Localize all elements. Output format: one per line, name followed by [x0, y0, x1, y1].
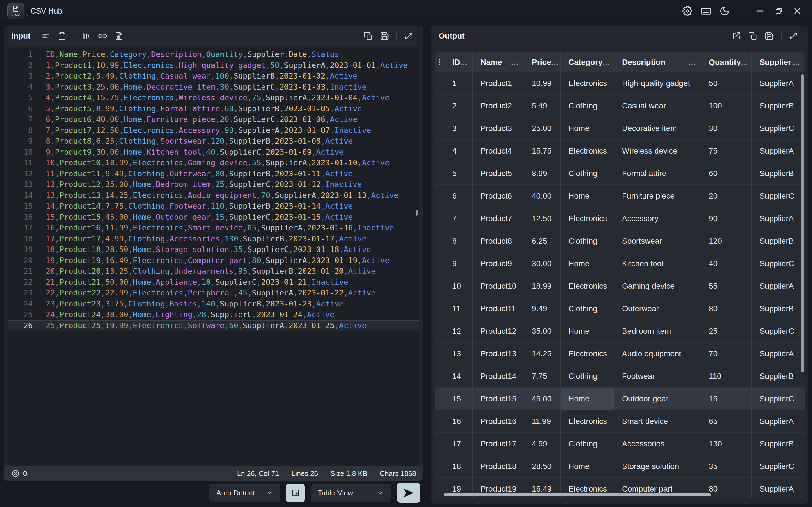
run-convert-button[interactable]	[397, 483, 420, 503]
table-cell[interactable]: 75	[701, 140, 752, 162]
table-cell[interactable]: Product12	[472, 320, 524, 342]
table-cell[interactable]: SupplierA	[752, 72, 805, 94]
table-cell[interactable]: 14.25	[524, 342, 560, 365]
settings-button[interactable]	[680, 4, 695, 18]
table-cell[interactable]: 8.99	[524, 162, 560, 184]
table-cell[interactable]: Electronics	[560, 140, 614, 162]
load-sample-button[interactable]	[38, 29, 53, 43]
table-cell[interactable]: Clothing	[560, 230, 614, 252]
table-cell[interactable]: Product5	[472, 162, 524, 184]
row-handle[interactable]	[435, 185, 444, 207]
table-cell[interactable]: 25.00	[524, 117, 560, 139]
table-cell[interactable]: Product6	[472, 185, 524, 207]
table-cell[interactable]: Product4	[472, 140, 524, 162]
table-cell[interactable]: Home	[560, 252, 614, 275]
share-output-button[interactable]	[729, 29, 744, 43]
table-cell[interactable]: 20	[701, 185, 752, 207]
table-cell[interactable]: Product8	[472, 230, 524, 252]
row-handle[interactable]	[435, 433, 444, 455]
table-cell[interactable]: 45.00	[524, 388, 560, 410]
table-cell[interactable]: SupplierB	[752, 297, 805, 320]
table-cell[interactable]: Sportswear	[614, 230, 701, 252]
row-handle[interactable]	[435, 95, 444, 117]
theme-toggle-button[interactable]	[717, 4, 732, 18]
table-cell[interactable]: 55	[701, 275, 752, 297]
table-cell[interactable]: Accessory	[614, 207, 701, 230]
table-cell[interactable]: Product10	[472, 275, 524, 297]
table-cell[interactable]: Furniture piece	[614, 185, 701, 207]
table-cell[interactable]: Product11	[472, 297, 524, 320]
table-cell[interactable]: 13	[444, 342, 472, 365]
table-cell[interactable]: 90	[701, 207, 752, 230]
table-cell[interactable]: Accessories	[614, 433, 701, 455]
table-cell[interactable]: Clothing	[560, 162, 614, 184]
keyboard-shortcuts-button[interactable]	[699, 4, 713, 18]
row-handle[interactable]	[435, 275, 444, 297]
table-row[interactable]: 4Product415.75ElectronicsWireless device…	[435, 140, 805, 162]
table-cell[interactable]: Electronics	[560, 207, 614, 230]
column-header-description[interactable]: Description...	[614, 52, 701, 72]
row-handle[interactable]	[435, 320, 444, 342]
column-menu-icon[interactable]: ...	[511, 58, 523, 67]
view-select[interactable]: Table View	[311, 484, 391, 502]
table-cell[interactable]: Smart device	[614, 410, 701, 432]
row-handle[interactable]	[435, 72, 444, 94]
table-cell[interactable]: 50	[701, 72, 752, 94]
layout-toggle-button[interactable]	[286, 484, 305, 502]
table-cell[interactable]: 80	[701, 297, 752, 320]
row-handle[interactable]	[435, 207, 444, 230]
table-cell[interactable]: 1	[444, 72, 472, 94]
table-cell[interactable]: Audio equipment	[614, 342, 701, 365]
editor-scrollbar[interactable]	[416, 210, 417, 216]
table-cell[interactable]: 6	[444, 185, 472, 207]
table-row[interactable]: 5Product58.99ClothingFormal attire60Supp…	[435, 162, 805, 185]
column-header-name[interactable]: Name...	[472, 52, 524, 72]
table-row[interactable]: 11Product119.49ClothingOuterwear80Suppli…	[435, 297, 805, 320]
column-header-supplier[interactable]: Supplier...	[752, 52, 805, 72]
table-cell[interactable]: SupplierC	[752, 117, 805, 139]
table-cell[interactable]: 2	[444, 95, 472, 117]
column-menu-icon[interactable]: ...	[793, 58, 805, 67]
table-cell[interactable]: 9	[444, 252, 472, 275]
format-select[interactable]: Auto Detect	[209, 484, 280, 502]
table-cell[interactable]: SupplierA	[752, 275, 805, 297]
table-row[interactable]: 6Product640.00HomeFurniture piece20Suppl…	[435, 185, 805, 207]
expand-input-button[interactable]	[402, 29, 416, 43]
table-cell[interactable]: Clothing	[560, 433, 614, 455]
table-cell[interactable]: Footwear	[614, 365, 701, 387]
table-cell[interactable]: 4	[444, 140, 472, 162]
table-row[interactable]: 14Product147.75ClothingFootwear110Suppli…	[435, 365, 805, 388]
table-cell[interactable]: 30.00	[524, 252, 560, 275]
table-cell[interactable]: Product18	[472, 455, 524, 477]
table-cell[interactable]: 25	[701, 320, 752, 342]
table-menu-cell[interactable]: ⋮	[435, 52, 444, 72]
table-cell[interactable]: 8	[444, 230, 472, 252]
close-button[interactable]	[790, 4, 805, 18]
table-cell[interactable]: 130	[701, 433, 752, 455]
table-cell[interactable]: Home	[560, 388, 614, 410]
table-cell[interactable]: Wireless device	[614, 140, 701, 162]
table-cell[interactable]: 100	[701, 95, 752, 117]
table-cell[interactable]: SupplierB	[752, 365, 805, 387]
table-cell[interactable]: Product1	[472, 72, 524, 94]
table-row[interactable]: 8Product86.25ClothingSportswear120Suppli…	[435, 230, 805, 252]
column-menu-icon[interactable]: ...	[460, 58, 472, 67]
table-cell[interactable]: 5	[444, 162, 472, 184]
table-cell[interactable]: Home	[560, 455, 614, 477]
table-row[interactable]: 10Product1018.99ElectronicsGaming device…	[435, 275, 805, 297]
column-menu-icon[interactable]: ...	[688, 58, 701, 67]
table-cell[interactable]: Product16	[472, 410, 524, 432]
table-cell[interactable]: 35	[701, 455, 752, 477]
table-cell[interactable]: SupplierA	[752, 410, 805, 432]
table-row[interactable]: 18Product1828.50HomeStorage solution35Su…	[435, 455, 805, 478]
table-cell[interactable]: Casual wear	[614, 95, 701, 117]
table-cell[interactable]: 12	[444, 320, 472, 342]
table-cell[interactable]: Home	[560, 320, 614, 342]
table-cell[interactable]: Product17	[472, 433, 524, 455]
row-handle[interactable]	[435, 410, 444, 432]
table-cell[interactable]: 9.49	[524, 297, 560, 320]
table-row[interactable]: 1Product110.99ElectronicsHigh-quality ga…	[435, 72, 805, 95]
table-cell[interactable]: Product13	[472, 342, 524, 365]
table-cell[interactable]: Formal attire	[614, 162, 701, 184]
import-file-button[interactable]	[112, 29, 126, 43]
